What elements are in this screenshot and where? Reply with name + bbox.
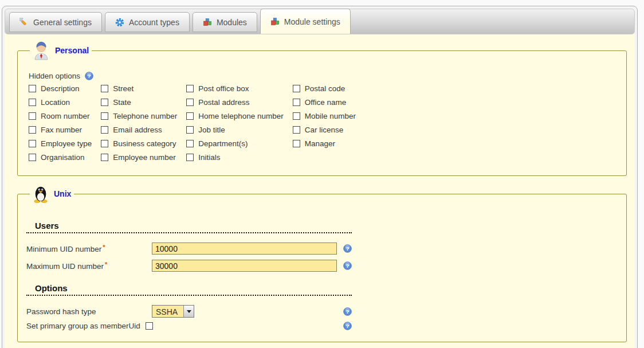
minimum-uid-label: Minimum UID number*: [26, 244, 152, 253]
hidden-option-checkbox[interactable]: [293, 112, 300, 120]
minimum-uid-row: Minimum UID number* ?: [26, 243, 352, 255]
help-icon[interactable]: ?: [343, 307, 352, 316]
hidden-option-label: Postal address: [198, 98, 249, 107]
hidden-option-label: Office name: [305, 98, 347, 107]
tab-label: Module settings: [284, 17, 340, 26]
personal-legend: Personal: [30, 41, 92, 60]
tux-icon: [33, 184, 49, 204]
account-types-icon: [115, 18, 124, 27]
help-icon[interactable]: ?: [343, 261, 352, 270]
personal-title: Personal: [55, 46, 89, 55]
tab-general-settings[interactable]: General settings: [9, 12, 102, 32]
hidden-option-checkbox[interactable]: [29, 126, 36, 134]
member-uid-label: Set primary group as memberUid: [26, 322, 140, 330]
modules-icon: [270, 17, 280, 26]
hidden-option-label: Description: [41, 84, 80, 93]
member-uid-row: Set primary group as memberUid ?: [26, 322, 352, 330]
hidden-option-checkbox[interactable]: [186, 140, 194, 147]
hidden-option-checkbox[interactable]: [101, 112, 108, 120]
hidden-option-checkbox[interactable]: [101, 154, 108, 161]
tab-account-types[interactable]: Account types: [105, 12, 190, 32]
required-marker: *: [103, 244, 105, 251]
hidden-option-checkbox[interactable]: [293, 140, 300, 147]
hidden-option-label: Job title: [198, 126, 225, 134]
hidden-option-label: Fax number: [41, 126, 82, 134]
maximum-uid-input[interactable]: [152, 260, 337, 272]
svg-text:?: ?: [345, 263, 349, 269]
unix-legend: Unix: [30, 184, 74, 204]
hidden-option-checkbox[interactable]: [186, 85, 194, 92]
hidden-option-label: Initials: [198, 153, 220, 162]
hidden-option-checkbox[interactable]: [29, 85, 36, 92]
hidden-option-checkbox[interactable]: [29, 154, 36, 161]
password-hash-selected-value: SSHA: [152, 306, 183, 317]
hidden-option-label: Room number: [41, 112, 90, 120]
hidden-option-label: Employee number: [113, 153, 176, 162]
tab-label: General settings: [33, 18, 92, 27]
hidden-options-label: Hidden options: [29, 72, 80, 80]
hidden-option-label: Email address: [113, 126, 162, 134]
configuration-window: General settings Account types Modules: [2, 6, 638, 348]
help-icon[interactable]: ?: [343, 244, 352, 253]
tab-modules[interactable]: Modules: [193, 12, 257, 32]
hidden-option-label: Home telephone number: [198, 112, 284, 120]
member-uid-checkbox[interactable]: [146, 322, 153, 330]
hidden-option-checkbox[interactable]: [29, 99, 36, 106]
minimum-uid-input[interactable]: [152, 243, 337, 255]
unix-title: Unix: [54, 189, 71, 198]
hidden-option-label: Manager: [305, 139, 335, 148]
password-hash-label: Password hash type: [26, 307, 152, 316]
module-settings-panel: Personal Hidden options ? Description St…: [5, 34, 635, 348]
hidden-option-checkbox[interactable]: [293, 99, 300, 106]
chevron-down-icon[interactable]: [183, 306, 194, 317]
hidden-option-label: Post office box: [198, 84, 249, 93]
svg-text:?: ?: [345, 245, 349, 252]
hidden-option-label: Mobile number: [305, 112, 356, 120]
hidden-option-label: Location: [41, 98, 70, 107]
tab-module-settings[interactable]: Module settings: [260, 9, 351, 34]
maximum-uid-label: Maximum UID number*: [26, 261, 152, 271]
tab-label: Modules: [217, 18, 247, 27]
hidden-option-checkbox[interactable]: [101, 140, 108, 147]
hidden-option-checkbox[interactable]: [293, 126, 300, 134]
users-section-heading: Users: [26, 221, 352, 233]
hidden-option-checkbox[interactable]: [293, 85, 300, 92]
wrench-icon: [19, 18, 29, 27]
svg-text:?: ?: [345, 308, 349, 315]
modules-icon: [203, 18, 212, 27]
required-marker: *: [105, 261, 107, 268]
hidden-option-label: Telephone number: [113, 112, 177, 120]
unix-module-group: Unix Users Minimum UID number* ? Maximum…: [17, 184, 627, 342]
personal-module-group: Personal Hidden options ? Description St…: [17, 41, 627, 176]
hidden-option-label: Department(s): [198, 139, 248, 148]
hidden-option-checkbox[interactable]: [29, 140, 36, 147]
hidden-options-row: Hidden options ?: [29, 72, 615, 80]
svg-text:?: ?: [345, 323, 349, 329]
hidden-option-checkbox[interactable]: [29, 112, 36, 120]
hidden-option-checkbox[interactable]: [186, 112, 194, 120]
help-icon[interactable]: ?: [343, 322, 352, 330]
tab-label: Account types: [129, 18, 179, 27]
hidden-option-label: State: [113, 98, 131, 107]
hidden-option-label: Car license: [305, 126, 344, 134]
tab-bar: General settings Account types Modules: [5, 9, 635, 34]
hidden-options-grid: Description Street Post office box Posta…: [29, 81, 365, 164]
svg-text:?: ?: [88, 73, 91, 79]
hidden-option-label: Employee type: [41, 139, 92, 148]
hidden-option-label: Street: [113, 84, 133, 93]
hidden-option-label: Organisation: [41, 153, 85, 162]
hidden-option-label: Business category: [113, 139, 176, 148]
options-section-heading: Options: [26, 283, 352, 296]
hidden-option-label: Postal code: [305, 84, 345, 93]
help-icon[interactable]: ?: [85, 72, 93, 80]
password-hash-row: Password hash type SSHA ?: [26, 305, 352, 318]
maximum-uid-row: Maximum UID number* ?: [26, 260, 352, 272]
person-icon: [33, 41, 50, 60]
hidden-option-checkbox[interactable]: [186, 154, 194, 161]
hidden-option-checkbox[interactable]: [101, 126, 108, 134]
hidden-option-checkbox[interactable]: [101, 85, 108, 92]
hidden-option-checkbox[interactable]: [186, 126, 194, 134]
password-hash-select[interactable]: SSHA: [152, 305, 194, 318]
hidden-option-checkbox[interactable]: [186, 99, 194, 106]
hidden-option-checkbox[interactable]: [101, 99, 108, 106]
